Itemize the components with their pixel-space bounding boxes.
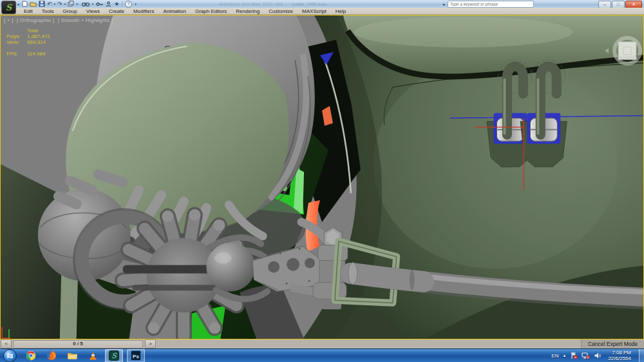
menu-item-tools[interactable]: Tools (37, 8, 59, 14)
vlc-cone-icon (88, 351, 98, 361)
svg-text:×: × (574, 356, 576, 359)
file-name: cutter_045.max (292, 1, 327, 7)
clock-time: 7:08 PM (608, 350, 631, 356)
titlebar-separator (122, 1, 122, 7)
sign-in-key-icon[interactable] (96, 1, 103, 7)
cancel-expert-mode-button[interactable]: Cancel Expert Mode (581, 339, 644, 348)
manage-scene-icon[interactable] (68, 1, 74, 7)
time-slider[interactable]: 0 / 5 (13, 340, 143, 348)
menu-item-create[interactable]: Create (104, 8, 129, 14)
action-center-flag-icon[interactable]: × (570, 352, 578, 359)
desktop-screen: S ▾ ↶ ▾ ↷ ▾ ▾ Autodesk 3ds Max 2011 x64c… (0, 0, 644, 362)
menu-item-customize[interactable]: Customize (264, 8, 298, 14)
manage-dropdown-icon[interactable]: ▾ (76, 2, 78, 6)
menu-item-views[interactable]: Views (82, 8, 104, 14)
viewport-canvas[interactable] (1, 15, 643, 339)
viewport-pov-menu[interactable]: [ Orthographic ] (17, 17, 54, 23)
statistics-overlay: Total Polys: 1,087,472 Verts: 669,314 FP… (6, 28, 50, 57)
menu-item-help[interactable]: Help (331, 8, 350, 14)
menu-item-modifiers[interactable]: Modifiers (129, 8, 158, 14)
application-menu-button[interactable]: S (1, 1, 16, 14)
taskbar-firefox[interactable] (43, 350, 60, 362)
taskbar-chrome[interactable] (23, 350, 39, 362)
menu-item-maxscript[interactable]: MAXScript (298, 8, 331, 14)
undo-dropdown-icon[interactable]: ▾ (54, 2, 56, 6)
start-button[interactable] (3, 349, 17, 362)
svg-text:×: × (587, 356, 589, 359)
svg-text:Ps: Ps (133, 354, 139, 359)
infocenter-search-input[interactable] (448, 1, 534, 8)
favorites-star-icon[interactable]: ★ (114, 1, 119, 7)
application-menu-caret-icon[interactable]: ▾ (17, 2, 19, 6)
menu-item-graph-editors[interactable]: Graph Editors (191, 8, 231, 14)
volume-icon[interactable] (594, 352, 601, 359)
menu-bar: Edit Tools Group Views Create Modifiers … (0, 8, 644, 15)
menu-item-animation[interactable]: Animation (158, 8, 191, 14)
quick-access-toolbar: ↶ ▾ ↷ ▾ ▾ (22, 1, 78, 7)
fps-label: FPS: (6, 51, 27, 57)
verts-value: 669,314 (27, 39, 50, 45)
menu-item-rendering[interactable]: Rendering (231, 8, 264, 14)
firefox-icon (46, 350, 57, 361)
taskbar: S Ps EN ▲ × × 7:08 PM 22/6/2554 (0, 348, 644, 362)
hidden-icons-button[interactable]: ▲ (562, 354, 566, 357)
redo-icon[interactable]: ↷ (57, 1, 62, 7)
taskbar-photoshop[interactable]: Ps (127, 349, 145, 362)
chrome-icon (26, 350, 36, 361)
3dsmax-icon: S (109, 350, 119, 361)
viewport-shading-menu[interactable]: [ Smooth + Highlights ] (58, 17, 113, 23)
taskbar-clock[interactable]: 7:08 PM 22/6/2554 (608, 350, 631, 361)
clock-date: 22/6/2554 (608, 356, 631, 361)
status-bar: < 0 / 5 > Cancel Expert Mode (0, 339, 644, 348)
network-status-icon[interactable]: × (582, 352, 590, 359)
gear-ball (206, 243, 255, 292)
help-dropdown-icon[interactable]: ▾ (135, 2, 137, 6)
language-indicator[interactable]: EN (551, 353, 558, 359)
communication-center-icon[interactable] (106, 1, 111, 7)
taskbar-vlc[interactable] (84, 350, 101, 362)
show-desktop-button[interactable] (639, 349, 644, 362)
open-file-icon[interactable] (30, 1, 37, 7)
next-frame-button[interactable]: > (145, 339, 156, 348)
redo-dropdown-icon[interactable]: ▾ (64, 2, 66, 6)
menu-item-group[interactable]: Group (58, 8, 81, 14)
system-tray: EN ▲ × × 7:08 PM 22/6/2554 (551, 349, 644, 362)
previous-frame-button[interactable]: < (1, 339, 12, 348)
taskbar-explorer[interactable] (64, 350, 80, 362)
photoshop-icon: Ps (131, 350, 141, 361)
verts-label: Verts: (6, 39, 27, 45)
taskbar-3dsmax[interactable]: S (105, 349, 123, 362)
search-binoculars-icon[interactable] (82, 1, 90, 7)
save-file-icon[interactable] (39, 1, 45, 7)
undo-icon[interactable]: ↶ (47, 1, 52, 7)
help-icon[interactable]: ? (125, 1, 132, 8)
perspective-viewport[interactable]: [ + ] [ Orthographic ] [ Smooth + Highli… (0, 15, 644, 339)
windows-flag-icon (6, 352, 14, 359)
window-title: Autodesk 3ds Max 2011 x64cutter_045.max (219, 1, 327, 7)
search-expand-icon[interactable]: ▸ (443, 2, 446, 7)
new-scene-icon[interactable] (22, 1, 28, 7)
stats-header: Total (27, 28, 50, 33)
polys-label: Polys: (6, 33, 27, 39)
search-dropdown-icon[interactable]: ▾ (92, 2, 94, 6)
folder-icon (67, 351, 78, 360)
menu-item-edit[interactable]: Edit (19, 8, 37, 14)
viewport-label: [ + ] [ Orthographic ] [ Smooth + Highli… (4, 17, 115, 23)
polys-value: 1,087,472 (27, 33, 50, 39)
viewport-plus-menu[interactable]: [ + ] (4, 17, 14, 23)
fps-value: 114.984 (27, 51, 50, 57)
